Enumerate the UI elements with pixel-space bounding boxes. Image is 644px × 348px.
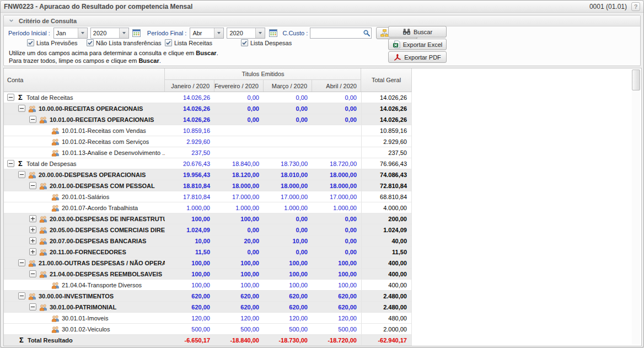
table-row[interactable]: 30.00.00-INVESTIMENTOS620,00620,00620,00…: [4, 291, 411, 302]
column-header-total[interactable]: Total Geral: [361, 68, 411, 92]
group-people-icon: [39, 303, 47, 311]
chevron-down-icon[interactable]: [119, 28, 128, 38]
table-row[interactable]: 21.04.04-Transporte Diversos100,00100,00…: [4, 280, 411, 291]
collapse-icon[interactable]: [29, 303, 36, 310]
table-row[interactable]: 10.01.01-Receitas com Vendas10.859,1610.…: [4, 125, 411, 136]
help-button[interactable]: ?: [631, 2, 640, 11]
table-row[interactable]: 20.01.01-Salários17.810,8417.000,0017.00…: [4, 191, 411, 202]
column-header-month[interactable]: Abril / 2020: [312, 80, 361, 92]
group-people-icon: [39, 226, 47, 234]
collapse-icon[interactable]: [18, 105, 25, 112]
month-value-cell: [264, 147, 312, 158]
table-row[interactable]: 10.01.00-RECEITAS OPERACIONAIS14.026,260…: [4, 114, 411, 125]
table-row[interactable]: 21.04.00-DESPESAS REEMBOLSAVEIS100,00100…: [4, 269, 411, 280]
total-geral-cell: 2.000,00: [361, 324, 411, 334]
month-value-cell: 1.000,00: [264, 202, 312, 213]
month-value-cell: 0,00: [312, 247, 361, 257]
vertical-scrollbar[interactable]: [632, 69, 640, 345]
month-value-cell: 0,00: [214, 103, 264, 114]
collapse-icon[interactable]: [7, 94, 14, 101]
periodo-inicial-month-select[interactable]: Jan: [53, 28, 88, 39]
month-value-cell: [312, 147, 361, 158]
periodo-final-month-select[interactable]: Abr: [190, 28, 224, 39]
table-row[interactable]: 20.00.00-DESPESAS OPERACIONAIS19.956,431…: [4, 169, 411, 180]
collapse-icon[interactable]: [29, 270, 36, 277]
total-geral-cell: 237,50: [361, 147, 411, 158]
checkbox[interactable]: [87, 39, 94, 46]
table-row[interactable]: 20.01.07-Acordo Trabalhista1.000,001.000…: [4, 202, 411, 213]
table-row[interactable]: 20.11.00-FORNECEDORES11,500,000,000,0011…: [4, 247, 411, 258]
help-text: .: [217, 50, 218, 56]
chevron-down-icon[interactable]: [214, 28, 223, 38]
table-row[interactable]: 30.01.02-Veiculos500,00500,00500,00500,0…: [4, 324, 411, 335]
month-value-cell: -6.650,17: [165, 335, 214, 345]
calendar-icon[interactable]: [268, 28, 278, 38]
table-row[interactable]: 20.05.00-DESPESAS COMERCIAIS DIRE...1.02…: [4, 224, 411, 235]
column-header-conta[interactable]: Conta: [4, 68, 165, 92]
collapse-icon[interactable]: [18, 292, 25, 299]
exportar-excel-button[interactable]: Exportar Excel: [388, 39, 447, 50]
pdf-file-icon: [394, 53, 401, 61]
month-value-cell: 100,00: [312, 280, 361, 290]
total-geral-cell: 40,00: [361, 235, 411, 246]
help-text-bold: Buscar: [196, 50, 216, 56]
table-row[interactable]: 30.01.01-Imoveis120,00120,00120,00120,00…: [4, 313, 411, 324]
collapse-icon[interactable]: [18, 171, 25, 178]
column-header-month[interactable]: Fevereiro / 2020: [214, 80, 264, 92]
ccusto-input[interactable]: [310, 29, 362, 38]
group-people-icon: [28, 171, 36, 179]
checkbox[interactable]: [27, 39, 34, 46]
table-row[interactable]: 10.01.02-Receitas com Serviços2.929,602.…: [4, 136, 411, 147]
month-value-cell: 18.000,00: [214, 180, 264, 191]
calendar-icon[interactable]: [132, 28, 142, 38]
table-row[interactable]: ΣTotal de Receitas14.026,260,000,000,001…: [4, 92, 411, 103]
total-geral-cell: 400,00: [361, 269, 411, 279]
collapse-icon[interactable]: [7, 160, 14, 167]
table-row[interactable]: 21.00.00-OUTRAS DESPESAS / NÃO OPERA...1…: [4, 258, 411, 269]
column-header-month[interactable]: Janeiro / 2020: [165, 80, 214, 92]
checkbox[interactable]: [165, 39, 172, 46]
group-people-icon: [51, 281, 60, 289]
expand-icon[interactable]: [29, 237, 36, 244]
collapse-icon[interactable]: [29, 182, 36, 189]
table-row[interactable]: ΣTotal de Despesas20.676,4318.840,0018.7…: [4, 158, 411, 169]
total-geral-cell: 72.810,84: [361, 180, 411, 191]
total-geral-cell: 4.000,00: [361, 202, 411, 213]
table-row[interactable]: 10.01.13-Analise e Desenvolvimento ...23…: [4, 147, 411, 158]
table-row[interactable]: 10.00.00-RECEITAS OPERACIONAIS14.026,260…: [4, 103, 411, 114]
periodo-final-year-select[interactable]: 2020: [227, 28, 265, 39]
checkbox[interactable]: [241, 39, 248, 46]
expand-icon[interactable]: [29, 248, 36, 255]
chevron-down-icon[interactable]: [78, 28, 87, 38]
month-value-cell: 100,00: [165, 258, 214, 268]
table-row[interactable]: ΣTotal Resultado-6.650,17-18.840,00-18.7…: [4, 335, 411, 346]
criteria-panel-header[interactable]: Critério de Consulta: [4, 15, 640, 26]
month-value-cell: 100,00: [214, 269, 264, 279]
expand-icon[interactable]: [29, 226, 36, 233]
account-label: Total Resultado: [28, 337, 73, 344]
sigma-icon: Σ: [17, 159, 24, 168]
collapse-icon[interactable]: [18, 259, 25, 266]
conta-cell: 10.01.13-Analise e Desenvolvimento ...: [4, 147, 165, 158]
month-value-cell: 100,00: [312, 258, 361, 268]
table-row[interactable]: 20.07.00-DESPESAS BANCARIAS10,0020,0010,…: [4, 235, 411, 247]
exportar-pdf-button[interactable]: Exportar PDF: [388, 51, 447, 63]
search-icon[interactable]: [362, 29, 371, 37]
account-label: 10.00.00-RECEITAS OPERACIONAIS: [39, 105, 143, 112]
checkbox-label: Lista Previsões: [36, 40, 78, 46]
month-value-cell: 620,00: [165, 291, 214, 301]
chevron-down-icon[interactable]: [255, 28, 265, 38]
periodo-inicial-year-select[interactable]: 2020: [90, 28, 129, 39]
expand-icon[interactable]: [29, 215, 36, 222]
help-text-bold: Buscar: [138, 57, 159, 64]
collapse-icon[interactable]: [29, 116, 36, 123]
chevron-down-icon[interactable]: [8, 17, 15, 24]
month-value-cell: 18.000,00: [312, 180, 361, 191]
buscar-button[interactable]: Buscar: [388, 26, 447, 38]
month-value-cell: 500,00: [264, 324, 312, 334]
table-row[interactable]: 20.03.00-DESPESAS DE INFRAESTRUTU...100,…: [4, 213, 411, 224]
column-header-month[interactable]: Março / 2020: [264, 80, 312, 92]
scrollbar-thumb[interactable]: [632, 69, 640, 90]
table-row[interactable]: 30.01.00-PATRIMONIAL620,00620,00620,0062…: [4, 302, 411, 313]
table-row[interactable]: 20.01.00-DESPESAS COM PESSOAL18.810,8418…: [4, 180, 411, 191]
